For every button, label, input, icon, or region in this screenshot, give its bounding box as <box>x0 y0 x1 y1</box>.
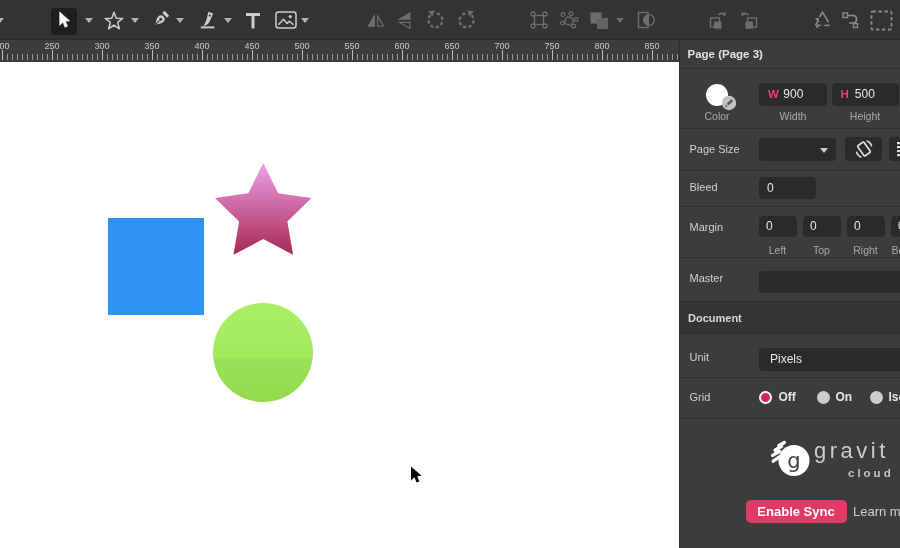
ruler-tick <box>602 50 603 60</box>
freehand-tool-button[interactable] <box>198 0 218 40</box>
panel-header[interactable]: Page (Page 3) <box>680 40 900 68</box>
width-caption: Width <box>780 110 807 122</box>
move-out-of-symbol-button[interactable] <box>738 0 759 40</box>
text-tool-button[interactable] <box>244 0 262 40</box>
ruler-tick <box>297 54 298 60</box>
ruler-tick <box>367 54 368 60</box>
horizontal-ruler: 2002503003504004505005506006507007508008… <box>0 40 679 62</box>
flip-horizontal-button[interactable] <box>366 0 386 40</box>
rotate-cw-button[interactable] <box>456 0 477 40</box>
ruler-tick <box>87 54 88 60</box>
ruler-tick <box>292 54 293 60</box>
ruler-tick <box>247 54 248 60</box>
arrange-button[interactable] <box>588 0 610 40</box>
marker-icon <box>198 10 218 30</box>
margin-bottom-field[interactable]: 0 <box>891 216 900 238</box>
learn-more-link[interactable]: Learn more <box>853 504 900 519</box>
page-size-label: Page Size <box>690 143 740 155</box>
shape-tool-dropdown[interactable] <box>130 0 140 40</box>
ruler-tick <box>442 54 443 60</box>
margin-left-value: 0 <box>766 219 773 233</box>
unit-value: Pixels <box>770 352 802 366</box>
ruler-tick <box>407 54 408 60</box>
grid-isometric-radio[interactable] <box>870 391 883 404</box>
pen-tool-button[interactable] <box>150 0 170 40</box>
cloud-brand-text: cloud <box>848 467 894 479</box>
grid-label: Grid <box>690 391 711 403</box>
image-tool-dropdown[interactable] <box>300 0 310 40</box>
grid-off-radio[interactable] <box>759 391 772 404</box>
image-tool-button[interactable] <box>274 0 298 40</box>
page-size-dropdown[interactable] <box>759 138 836 162</box>
canvas-shape-ellipse[interactable] <box>213 303 313 402</box>
group-button[interactable] <box>529 0 549 40</box>
ruler-tick <box>492 54 493 60</box>
ruler-tick <box>97 54 98 60</box>
caret-down-icon <box>0 18 4 23</box>
ruler-label: 200 <box>0 41 10 51</box>
canvas-shape-star[interactable] <box>215 163 312 255</box>
margin-left-field[interactable]: 0 <box>759 216 797 238</box>
ruler-tick <box>337 54 338 60</box>
master-field[interactable] <box>759 271 900 294</box>
ungroup-button[interactable] <box>559 0 579 40</box>
arrange-dropdown[interactable] <box>615 0 625 40</box>
ruler-tick <box>232 54 233 60</box>
ruler-tick <box>487 54 488 60</box>
freehand-tool-dropdown[interactable] <box>223 0 233 40</box>
grid-on-radio[interactable] <box>817 391 830 404</box>
mask-button[interactable] <box>636 0 656 40</box>
cropped-tool-dropdown[interactable] <box>0 0 5 40</box>
ruler-tick <box>482 54 483 60</box>
pointer-tool-dropdown[interactable] <box>84 0 94 40</box>
pointer-tool-button[interactable] <box>52 0 76 40</box>
ruler-tick <box>497 54 498 60</box>
caret-down-icon <box>616 18 624 23</box>
ruler-tick <box>252 50 253 60</box>
page-size-row: Page Size <box>680 128 900 170</box>
page-width-field[interactable]: W 900 <box>759 83 827 107</box>
rotate-ccw-button[interactable] <box>425 0 446 40</box>
square-arrow-up-left-icon <box>738 10 759 30</box>
history-revert-button[interactable] <box>812 0 833 40</box>
ruler-tick <box>472 54 473 60</box>
height-value: 500 <box>855 87 875 101</box>
flip-vertical-button[interactable] <box>395 0 415 40</box>
ungroup-icon <box>559 10 579 30</box>
canvas-shape-rectangle[interactable] <box>108 218 205 315</box>
page-height-field[interactable]: H 500 <box>832 83 900 107</box>
ruler-tick <box>307 54 308 60</box>
ruler-label: 350 <box>144 41 159 51</box>
ruler-tick <box>627 54 628 60</box>
curve-nodes-icon <box>841 10 862 30</box>
ruler-tick <box>502 50 503 60</box>
ruler-tick <box>152 50 153 60</box>
margin-right-caption: Right <box>853 244 878 256</box>
pen-tool-dropdown[interactable] <box>175 0 185 40</box>
canvas[interactable] <box>0 62 679 548</box>
star-icon <box>104 11 124 30</box>
ruler-tick <box>677 54 678 60</box>
gravit-designer-app: 2002503003504004505005506006507007508008… <box>0 0 900 548</box>
move-into-symbol-button[interactable] <box>708 0 729 40</box>
margin-row: Margin 0 Left 0 Top 0 Right 0 Bottom <box>680 206 900 257</box>
page-list-button[interactable] <box>889 137 900 161</box>
ruler-tick <box>417 54 418 60</box>
margin-right-field[interactable]: 0 <box>847 216 885 238</box>
margin-top-field[interactable]: 0 <box>803 216 841 238</box>
enable-sync-button[interactable]: Enable Sync <box>746 500 847 523</box>
ruler-tick <box>332 54 333 60</box>
ruler-tick <box>572 54 573 60</box>
pen-nib-icon <box>150 10 170 30</box>
document-section-header[interactable]: Document <box>680 301 900 334</box>
connector-button[interactable] <box>841 0 862 40</box>
bleed-field[interactable]: 0 <box>759 177 816 199</box>
ruler-tick <box>92 54 93 60</box>
rotate-page-button[interactable] <box>845 137 882 161</box>
ruler-tick <box>257 54 258 60</box>
unit-dropdown[interactable]: Pixels <box>759 348 900 371</box>
ruler-tick <box>107 54 108 60</box>
grid-isometric-label: Isometric <box>889 390 900 404</box>
marquee-select-button[interactable] <box>869 0 893 40</box>
shape-tool-button[interactable] <box>104 0 124 40</box>
